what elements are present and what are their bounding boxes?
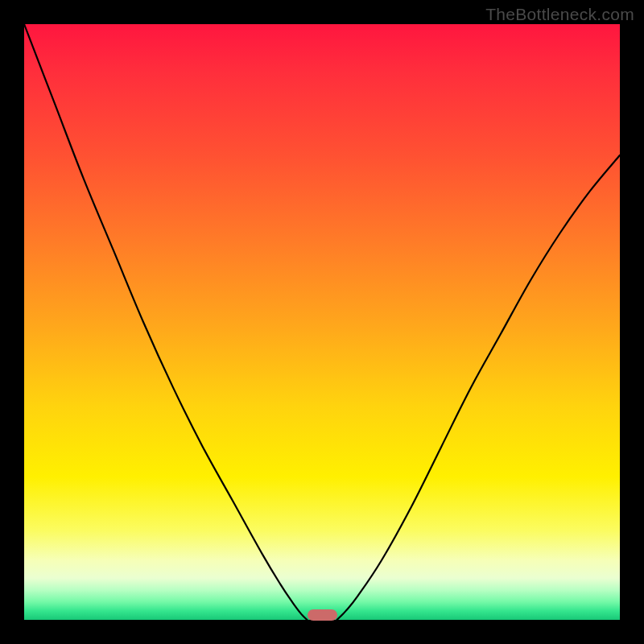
watermark-text: TheBottleneck.com (485, 5, 634, 24)
curve-left-branch (24, 24, 308, 620)
bottleneck-marker (308, 609, 337, 621)
plot-area (24, 24, 620, 620)
curve-right-branch (337, 155, 621, 620)
bottleneck-curve (24, 24, 620, 620)
chart-frame: TheBottleneck.com (0, 0, 644, 644)
